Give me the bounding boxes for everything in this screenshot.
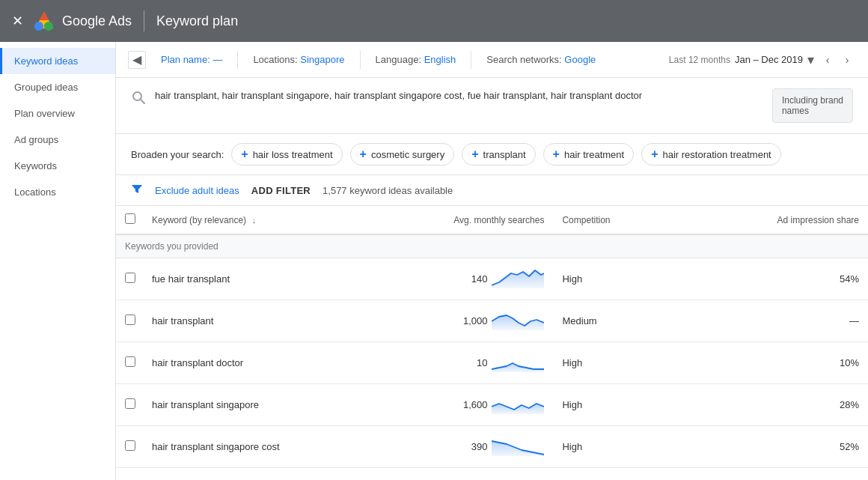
section-label: Keywords you provided (116, 234, 868, 258)
chip-plus-icon: + (360, 148, 367, 161)
topbar: ✕ Google Ads Keyword plan (0, 0, 868, 42)
date-range-container: Last 12 months Jan – Dec 2019 ▾ ‹ › (669, 51, 856, 69)
date-next-button[interactable]: › (838, 51, 856, 69)
search-keywords[interactable]: hair transplant, hair transplant singapo… (155, 88, 763, 103)
filter-bar: Exclude adult ideas ADD FILTER 1,577 key… (116, 175, 868, 206)
row-avg-monthly: 10 (390, 342, 553, 384)
subheader-sep1 (237, 51, 238, 69)
row-keyword: hair transplant singapore (143, 384, 390, 426)
broaden-chip-cosmetic[interactable]: + cosmetic surgery (350, 143, 455, 165)
row-checkbox-cell (116, 384, 143, 426)
date-prev-button[interactable]: ‹ (819, 51, 837, 69)
broaden-area: Broaden your search: + hair loss treatme… (116, 134, 868, 175)
row-impression: 52% (688, 426, 868, 468)
broaden-chip-transplant[interactable]: + transplant (462, 143, 535, 165)
row-impression: — (688, 300, 868, 342)
row-competition: High (553, 426, 688, 468)
th-impression[interactable]: Ad impression share (688, 206, 868, 234)
row-impression: 28% (688, 384, 868, 426)
broaden-chip-hair-loss[interactable]: + hair loss treatment (231, 143, 342, 165)
add-filter-button[interactable]: ADD FILTER (251, 185, 311, 196)
row-keyword: hair transplant (143, 300, 390, 342)
table-row: fue hair transplant 140 High 54% (116, 258, 868, 300)
svg-marker-1 (40, 12, 49, 20)
keywords-table: Keyword (by relevance) ↓ Avg. monthly se… (116, 206, 868, 468)
broaden-label: Broaden your search: (131, 149, 224, 160)
topbar-divider (144, 10, 144, 31)
row-competition: High (553, 258, 688, 300)
row-checkbox-cell (116, 342, 143, 384)
chip-plus-icon: + (471, 148, 478, 161)
row-competition: Medium (553, 300, 688, 342)
row-avg-monthly: 1,000 (390, 300, 553, 342)
row-keyword: hair transplant singapore cost (143, 426, 390, 468)
section-header-row: Keywords you provided (116, 234, 868, 258)
th-keyword[interactable]: Keyword (by relevance) ↓ (143, 206, 390, 234)
exclude-adult-link[interactable]: Exclude adult ideas (155, 185, 239, 196)
search-icon (131, 90, 146, 109)
networks-field[interactable]: Search networks: Google (486, 54, 596, 65)
row-checkbox[interactable] (125, 440, 135, 451)
main-content: ◀ Plan name: — Locations: Singapore Lang… (116, 42, 868, 480)
row-sparkline (492, 308, 544, 334)
date-range-value: Jan – Dec 2019 (735, 54, 803, 65)
sidebar-item-keywords[interactable]: Keywords (0, 153, 115, 179)
row-sparkline (492, 392, 544, 418)
select-all-checkbox[interactable] (125, 213, 135, 224)
subheader-sep3 (471, 51, 471, 69)
sidebar-item-ad-groups[interactable]: Ad groups (0, 127, 115, 153)
row-checkbox[interactable] (125, 273, 135, 283)
table-row: hair transplant doctor 10 High 10% (116, 342, 868, 384)
sidebar: Keyword ideas Grouped ideas Plan overvie… (0, 42, 116, 480)
row-competition: High (553, 384, 688, 426)
language-field[interactable]: Language: English (376, 54, 456, 65)
row-checkbox[interactable] (125, 398, 135, 409)
row-impression: 10% (688, 342, 868, 384)
row-sparkline (492, 266, 544, 292)
svg-point-3 (34, 22, 43, 31)
table-row: hair transplant 1,000 Medium — (116, 300, 868, 342)
subheader: ◀ Plan name: — Locations: Singapore Lang… (116, 42, 868, 78)
sort-icon: ↓ (251, 216, 256, 225)
sidebar-item-plan-overview[interactable]: Plan overview (0, 100, 115, 127)
row-checkbox[interactable] (125, 315, 135, 325)
row-sparkline (492, 434, 544, 460)
broaden-chip-hair-treatment[interactable]: + hair treatment (543, 143, 635, 165)
chip-plus-icon: + (651, 148, 658, 161)
row-checkbox-cell (116, 300, 143, 342)
row-avg-monthly: 140 (390, 258, 553, 300)
th-competition[interactable]: Competition (553, 206, 688, 234)
row-checkbox-cell (116, 258, 143, 300)
row-keyword: hair transplant doctor (143, 342, 390, 384)
table-header-row: Keyword (by relevance) ↓ Avg. monthly se… (116, 206, 868, 234)
collapse-button[interactable]: ◀ (128, 51, 146, 69)
layout: Keyword ideas Grouped ideas Plan overvie… (0, 42, 868, 480)
filter-icon (131, 183, 143, 198)
th-avg-monthly[interactable]: Avg. monthly searches (390, 206, 553, 234)
sidebar-item-keyword-ideas[interactable]: Keyword ideas (0, 48, 115, 74)
table-row: hair transplant singapore 1,600 High 28% (116, 384, 868, 426)
page-title: Keyword plan (156, 13, 238, 29)
date-range-label: Last 12 months (669, 55, 730, 65)
chip-plus-icon: + (553, 148, 560, 161)
row-keyword: fue hair transplant (143, 258, 390, 300)
row-competition: High (553, 342, 688, 384)
brand-names-badge: Including brand names (772, 88, 853, 123)
date-nav: ‹ › (819, 51, 856, 69)
sidebar-item-grouped-ideas[interactable]: Grouped ideas (0, 74, 115, 100)
svg-point-2 (44, 22, 53, 31)
chip-plus-icon: + (241, 148, 248, 161)
row-sparkline (492, 350, 544, 376)
search-area: hair transplant, hair transplant singapo… (116, 78, 868, 134)
sidebar-item-locations[interactable]: Locations (0, 179, 115, 205)
close-button[interactable]: ✕ (12, 13, 23, 29)
subheader-sep2 (360, 51, 361, 69)
broaden-chip-hair-restoration[interactable]: + hair restoration treatment (641, 143, 781, 165)
date-dropdown-arrow[interactable]: ▾ (807, 52, 814, 68)
locations-field[interactable]: Locations: Singapore (253, 54, 344, 65)
row-impression: 54% (688, 258, 868, 300)
row-checkbox[interactable] (125, 356, 135, 367)
table-body: Keywords you provided fue hair transplan… (116, 234, 868, 468)
keyword-count: 1,577 keyword ideas available (323, 185, 453, 196)
app-logo (34, 10, 55, 31)
